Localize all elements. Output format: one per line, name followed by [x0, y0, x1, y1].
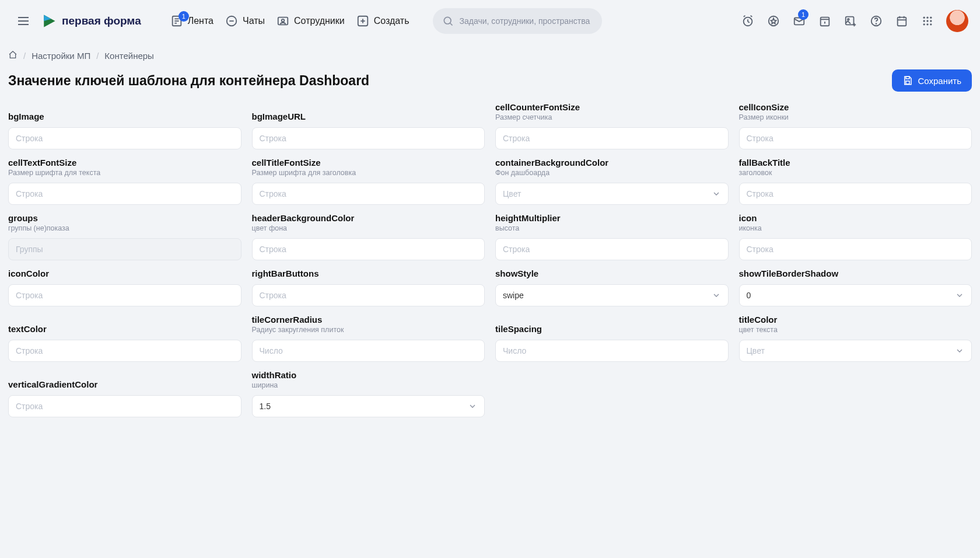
- field-bgImage: bgImage: [8, 111, 242, 149]
- field-tileCornerRadius: tileCornerRadius Радиус закругления плит…: [252, 315, 485, 362]
- chat-icon: [225, 15, 238, 27]
- apps-button[interactable]: [916, 9, 939, 33]
- field-cellCounterFontSize: cellCounterFontSize Размер счетчика: [495, 102, 729, 149]
- field-cellIconSize: cellIconSize Размер иконки: [739, 102, 972, 149]
- select-showStyle[interactable]: swipe: [495, 284, 729, 306]
- input-tileCornerRadius[interactable]: [252, 340, 485, 362]
- breadcrumb-mp[interactable]: Настройки МП: [32, 51, 90, 61]
- field-iconColor: iconColor: [8, 268, 242, 306]
- star-circle-icon: [767, 15, 780, 27]
- field-sublabel: Размер шрифта для текста: [8, 169, 242, 177]
- hamburger-menu[interactable]: [12, 9, 35, 33]
- input-icon[interactable]: [739, 238, 972, 260]
- field-sublabel: высота: [495, 224, 729, 232]
- user-avatar[interactable]: [946, 10, 968, 32]
- svg-point-47: [930, 23, 932, 25]
- field-widthRatio: widthRatio ширина 1.5: [252, 370, 485, 417]
- nav-create[interactable]: Создать: [356, 15, 410, 27]
- input-tileSpacing[interactable]: [495, 340, 729, 362]
- field-label: cellCounterFontSize: [495, 102, 729, 112]
- select-placeholder: Цвет: [503, 189, 521, 198]
- select-value: 1.5: [260, 402, 271, 411]
- input-headerBackgroundColor[interactable]: [252, 238, 485, 260]
- field-groups: groups группы (не)показа: [8, 213, 242, 260]
- breadcrumb-home[interactable]: [8, 50, 18, 61]
- svg-rect-11: [278, 18, 288, 25]
- svg-point-12: [282, 19, 285, 22]
- input-cellIconSize[interactable]: [739, 127, 972, 149]
- field-sublabel: Размер иконки: [739, 113, 972, 121]
- inbox-button[interactable]: 1: [788, 9, 811, 33]
- field-sublabel: группы (не)показа: [8, 224, 242, 232]
- logo-mark-icon: [41, 13, 57, 29]
- menu-icon: [16, 14, 30, 28]
- svg-point-43: [926, 20, 928, 22]
- topbar-right: 1: [736, 9, 968, 33]
- page-title: Значение ключей шаблона для контейнера D…: [8, 73, 369, 89]
- input-textColor[interactable]: [8, 340, 242, 362]
- breadcrumb-sep: /: [96, 51, 99, 61]
- input-iconColor[interactable]: [8, 284, 242, 306]
- input-cellTextFontSize[interactable]: [8, 183, 242, 205]
- nav-people[interactable]: Сотрудники: [276, 15, 345, 27]
- save-button-label: Сохранить: [918, 76, 961, 86]
- svg-point-39: [923, 17, 925, 19]
- breadcrumb-containers[interactable]: Контейнеры: [104, 51, 154, 61]
- feed-badge: 1: [178, 11, 189, 22]
- select-showTileBorderShadow[interactable]: 0: [739, 284, 972, 306]
- field-label: textColor: [8, 324, 242, 334]
- field-titleColor: titleColor цвет текста Цвет: [739, 315, 972, 362]
- nav-chats[interactable]: Чаты: [225, 15, 265, 27]
- field-sublabel: цвет текста: [739, 326, 972, 334]
- select-titleColor[interactable]: Цвет: [739, 340, 972, 362]
- field-sublabel: Размер счетчика: [495, 113, 729, 121]
- select-containerBackgroundColor[interactable]: Цвет: [495, 183, 729, 205]
- favorites-button[interactable]: [762, 9, 785, 33]
- chevron-down-icon: [712, 189, 721, 198]
- input-heightMultiplier[interactable]: [495, 238, 729, 260]
- field-icon: icon иконка: [739, 213, 972, 260]
- input-rightBarButtons[interactable]: [252, 284, 485, 306]
- field-label: verticalGradientColor: [8, 379, 242, 389]
- field-heightMultiplier: heightMultiplier высота: [495, 213, 729, 260]
- field-textColor: textColor: [8, 324, 242, 362]
- input-verticalGradientColor[interactable]: [8, 395, 242, 417]
- nav-feed[interactable]: 1 Лента: [170, 15, 214, 27]
- field-label: cellTextFontSize: [8, 158, 242, 168]
- select-widthRatio[interactable]: 1.5: [252, 395, 485, 417]
- svg-point-41: [930, 17, 932, 19]
- field-label: icon: [739, 213, 972, 223]
- nav-people-label: Сотрудники: [294, 16, 345, 26]
- field-label: containerBackgroundColor: [495, 158, 729, 168]
- help-button[interactable]: [864, 9, 888, 33]
- field-label: tileCornerRadius: [252, 315, 485, 325]
- save-button[interactable]: Сохранить: [892, 69, 972, 92]
- svg-line-22: [751, 16, 752, 17]
- chevron-down-icon: [955, 291, 964, 300]
- reminders-button[interactable]: [736, 9, 760, 33]
- svg-line-21: [744, 16, 746, 17]
- tasks-button[interactable]: [813, 9, 836, 33]
- field-label: titleColor: [739, 315, 972, 325]
- calendar-button[interactable]: [890, 9, 914, 33]
- input-cellCounterFontSize[interactable]: [495, 127, 729, 149]
- field-showTileBorderShadow: showTileBorderShadow 0: [739, 268, 972, 306]
- save-icon: [902, 75, 913, 86]
- input-fallBackTitle[interactable]: [739, 183, 972, 205]
- svg-point-30: [848, 19, 849, 20]
- calendar-day-icon: [818, 15, 831, 27]
- gallery-button[interactable]: [839, 9, 862, 33]
- field-label: headerBackgroundColor: [252, 213, 485, 223]
- brand-logo[interactable]: первая форма: [41, 13, 141, 29]
- field-containerBackgroundColor: containerBackgroundColor Фон дашбоарда Ц…: [495, 158, 729, 205]
- input-bgImage[interactable]: [8, 127, 242, 149]
- input-cellTitleFontSize[interactable]: [252, 183, 485, 205]
- search-box[interactable]: [433, 8, 602, 34]
- chevron-down-icon: [468, 402, 477, 411]
- page-header: Значение ключей шаблона для контейнера D…: [0, 61, 980, 102]
- field-fallBackTitle: fallBackTitle заголовок: [739, 158, 972, 205]
- search-input[interactable]: [460, 16, 593, 26]
- field-sublabel: Размер шрифта для заголовка: [252, 169, 485, 177]
- field-label: showStyle: [495, 268, 729, 278]
- input-bgImageURL[interactable]: [252, 127, 485, 149]
